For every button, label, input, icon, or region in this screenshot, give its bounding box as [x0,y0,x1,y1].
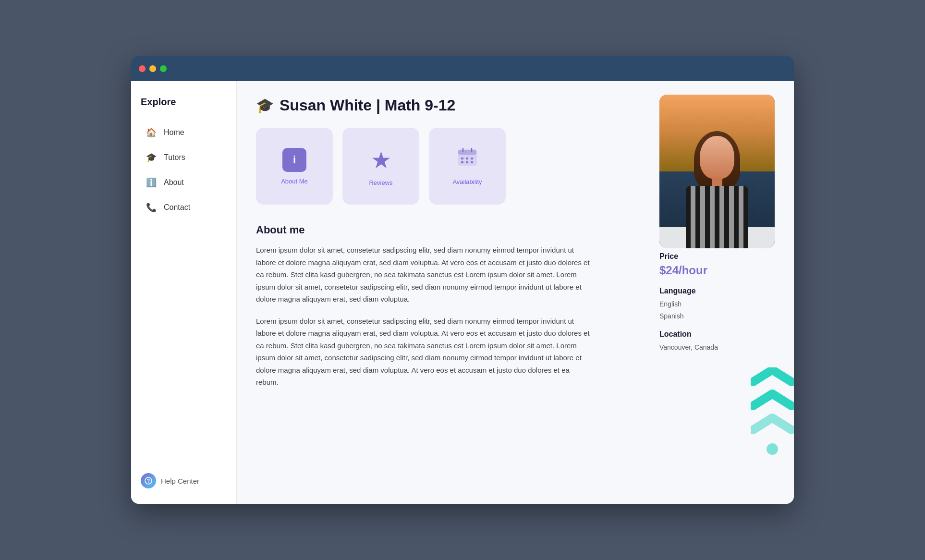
minimize-button[interactable] [149,65,156,72]
main-content: 🎓 Susan White | Math 9-12 i About Me ★ R… [237,81,659,504]
language-spanish: Spanish [659,310,780,322]
app-window: Explore 🏠 Home 🎓 Tutors ℹ️ About 📞 Conta… [131,56,794,504]
page-header: 🎓 Susan White | Math 9-12 [256,97,640,114]
svg-rect-10 [466,161,468,163]
svg-rect-11 [471,161,473,163]
about-section-title: About me [256,224,592,236]
sidebar-item-about[interactable]: ℹ️ About [141,171,227,194]
card-label-availability: Availability [452,178,482,185]
sidebar-item-home[interactable]: 🏠 Home [141,121,227,144]
help-center[interactable]: ? Help Center [141,463,227,488]
right-panel: Add to Cart Price $24/hour Language Engl… [659,81,794,504]
tutor-emoji: 🎓 [256,97,274,114]
location-value: Vancouver, Canada [659,341,780,353]
star-icon: ★ [371,146,391,173]
window-body: Explore 🏠 Home 🎓 Tutors ℹ️ About 📞 Conta… [131,81,794,504]
svg-rect-9 [461,161,463,163]
home-icon: 🏠 [145,126,158,139]
calendar-icon [457,147,478,172]
svg-rect-3 [458,150,476,155]
card-reviews[interactable]: ★ Reviews [342,128,419,205]
about-section: About me Lorem ipsum dolor sit amet, con… [256,224,592,389]
sidebar: Explore 🏠 Home 🎓 Tutors ℹ️ About 📞 Conta… [131,81,237,504]
card-label-about-me: About Me [281,178,308,185]
location-section: Location Vancouver, Canada [659,330,780,353]
about-icon: ℹ️ [145,176,158,189]
card-about-me[interactable]: i About Me [256,128,333,205]
svg-text:?: ? [147,478,150,484]
title-bar [131,56,794,81]
svg-rect-6 [461,158,463,159]
card-availability[interactable]: Availability [429,128,506,205]
fullscreen-button[interactable] [160,65,167,72]
language-section: Language English Spanish [659,287,780,322]
svg-rect-7 [466,158,468,159]
sidebar-item-label-contact: Contact [164,203,190,212]
language-label: Language [659,287,780,295]
language-english: English [659,298,780,310]
close-button[interactable] [139,65,146,72]
help-center-label: Help Center [161,477,199,485]
sidebar-item-contact[interactable]: 📞 Contact [141,196,227,219]
svg-rect-8 [471,158,473,159]
location-label: Location [659,330,780,339]
tutor-photo: Add to Cart [659,95,775,248]
decorative-chevrons [751,367,794,465]
help-icon: ? [141,473,156,488]
info-icon: i [282,148,306,172]
about-paragraph-2: Lorem ipsum dolor sit amet, consetetur s… [256,315,592,389]
contact-icon: 📞 [145,201,158,214]
sidebar-item-label-about: About [164,178,184,187]
svg-point-12 [767,443,778,455]
price-label: Price [659,252,780,261]
about-paragraph-1: Lorem ipsum dolor sit amet, consetetur s… [256,244,592,305]
price-section: Price $24/hour [659,252,780,287]
price-value: $24/hour [659,264,780,277]
page-title: Susan White | Math 9-12 [280,97,455,114]
nav-items: 🏠 Home 🎓 Tutors ℹ️ About 📞 Contact [141,121,227,463]
card-label-reviews: Reviews [369,179,392,186]
tutors-icon: 🎓 [145,151,158,164]
sidebar-item-label-tutors: Tutors [164,153,185,162]
explore-label: Explore [141,97,227,108]
sidebar-item-label-home: Home [164,128,184,137]
sidebar-item-tutors[interactable]: 🎓 Tutors [141,146,227,169]
cards-row: i About Me ★ Reviews [256,128,640,205]
